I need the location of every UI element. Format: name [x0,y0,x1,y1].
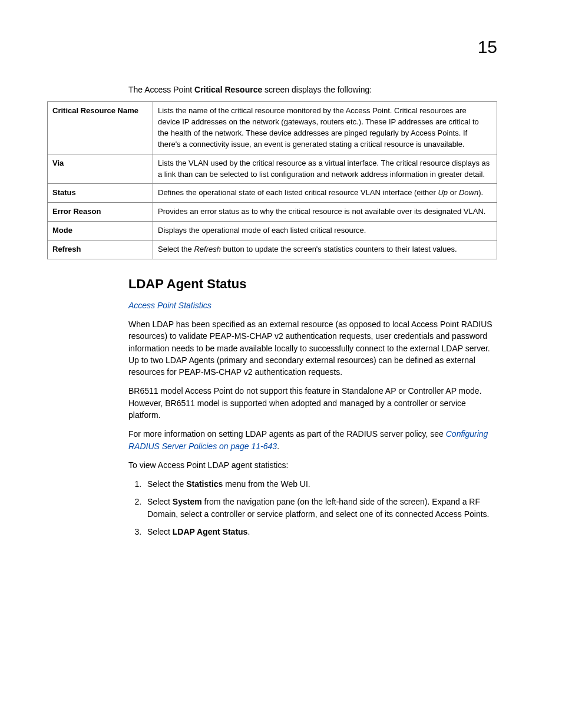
row-label: Critical Resource Name [48,102,153,154]
step-post: menu from the Web UI. [223,479,310,489]
row-label: Mode [48,222,153,241]
intro-suffix: screen displays the following: [262,85,372,94]
desc-pre: Defines the operational state of each li… [158,188,438,197]
para3-pre: For more information on setting LDAP age… [128,429,446,439]
table-row: Critical Resource Name Lists the name of… [48,102,497,154]
table-row: Mode Displays the operational mode of ea… [48,222,497,241]
step-list: Select the Statistics menu from the Web … [128,478,497,538]
section-heading: LDAP Agent Status [128,275,497,294]
row-desc: Defines the operational state of each li… [153,184,497,203]
step-post: . [247,527,250,536]
page-number: 15 [478,34,497,60]
step-pre: Select [147,497,173,506]
desc-ital: Up [438,188,448,197]
desc-mid: or [448,188,459,197]
row-label: Error Reason [48,203,153,222]
row-desc: Provides an error status as to why the c… [153,203,497,222]
list-item: Select System from the navigation pane (… [144,496,497,520]
intro-bold: Critical Resource [194,85,262,94]
para3-post: . [277,442,279,451]
list-item: Select the Statistics menu from the Web … [144,478,497,490]
row-desc: Displays the operational mode of each li… [153,222,497,241]
step-pre: Select [147,527,173,536]
desc-post: button to update the screen's statistics… [221,245,457,253]
paragraph: BR6511 model Access Point do not support… [128,385,497,421]
definition-table: Critical Resource Name Lists the name of… [47,101,497,259]
intro-sentence: The Access Point Critical Resource scree… [128,84,497,95]
paragraph: For more information on setting LDAP age… [128,428,497,452]
step-bold: System [173,497,202,506]
desc-ital: Refresh [194,245,221,253]
desc-post: ). [478,188,483,197]
row-label: Status [48,184,153,203]
row-desc: Lists the VLAN used by the critical reso… [153,154,497,184]
step-pre: Select the [147,479,186,489]
table-row: Refresh Select the Refresh button to upd… [48,240,497,259]
desc-ital: Down [459,188,478,197]
table-row: Via Lists the VLAN used by the critical … [48,154,497,184]
breadcrumb-link[interactable]: Access Point Statistics [128,301,211,310]
row-label: Via [48,154,153,184]
table-row: Status Defines the operational state of … [48,184,497,203]
intro-prefix: The Access Point [128,85,194,94]
step-bold: LDAP Agent Status [173,527,248,536]
row-desc: Lists the name of the critical resource … [153,102,497,154]
row-desc: Select the Refresh button to update the … [153,240,497,259]
step-bold: Statistics [186,479,223,489]
desc-pre: Select the [158,245,194,253]
paragraph: To view Access Point LDAP agent statisti… [128,459,497,471]
table-row: Error Reason Provides an error status as… [48,203,497,222]
paragraph: When LDAP has been specified as an exter… [128,318,497,378]
list-item: Select LDAP Agent Status. [144,526,497,538]
row-label: Refresh [48,240,153,259]
